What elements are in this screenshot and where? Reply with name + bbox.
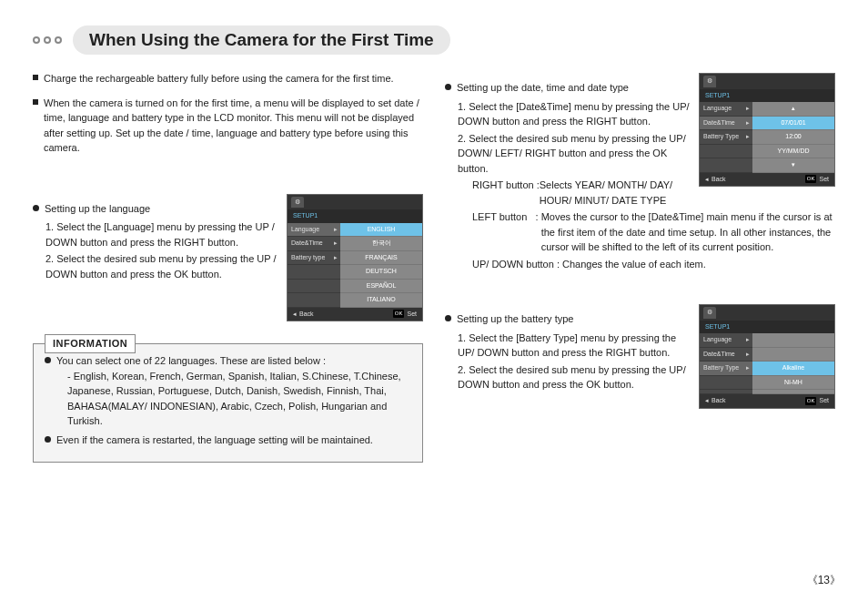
lcd-menu-item: Date&Time▸ [700,348,752,362]
chevron-right-icon: ▸ [334,239,338,249]
round-bullet-icon [45,436,51,443]
info-text: Even if the camera is restarted, the lan… [56,433,373,448]
lcd-footer: ◂ Back OK Set [700,394,834,408]
lcd-tab-icon: ⚙ [703,76,716,87]
button-definition: RIGHT button : Selects YEAR/ MONTH/ DAY/… [472,178,690,208]
lcd-value: 07/01/01 [752,117,834,131]
lcd-option: ITALIANO [340,293,422,308]
section-heading: Setting up the battery type [445,311,690,327]
lcd-option: 한국어 [340,237,422,251]
lcd-option: DEUTSCH [340,265,422,280]
lcd-ok-hint: OK Set [805,396,829,406]
lcd-value: ▴ [752,102,834,117]
button-definition: UP/ DOWN button : Changes the value of e… [472,257,835,272]
round-bullet-icon [445,84,451,90]
lcd-menu-item: Language▸ [288,223,340,238]
lcd-ok-hint: OK Set [805,175,829,185]
def-label: LEFT button : [472,209,541,255]
square-bullet-icon [33,99,38,105]
lcd-menu-blank [700,376,752,391]
lcd-menu-title: SETUP1 [288,209,422,223]
step-text: 1. Select the [Battery Type] menu by pre… [458,331,690,361]
chevron-right-icon: ▸ [746,335,750,345]
info-item: Even if the camera is restarted, the lan… [45,433,411,448]
lcd-tab-icon: ⚙ [291,197,304,209]
decor-dot [44,36,51,44]
lcd-value [752,390,834,394]
chevron-right-icon: ▸ [746,132,750,142]
battery-section: Setting up the battery type 1. Select th… [445,302,835,409]
info-sub-text: - English, Korean, French, German, Spani… [67,369,411,429]
lcd-value: ▾ [752,158,834,173]
page-title: When Using the Camera for the First Time [73,25,450,55]
page-title-bar: When Using the Camera for the First Time [33,25,835,55]
lcd-menu-item: Battery Type▸ [700,130,752,145]
lcd-tab-icon: ⚙ [703,307,716,319]
paragraph-text: When the camera is turned on for the fir… [44,96,423,156]
page-number: 13 [807,573,841,588]
lcd-option: ESPAÑOL [340,280,422,294]
round-bullet-icon [45,357,51,363]
chevron-right-icon: ▸ [746,363,750,373]
lcd-menu-blank [288,280,340,294]
chevron-right-icon: ▸ [334,225,338,235]
step-text: 2. Select the desired sub menu by pressi… [458,362,690,392]
decor-dot [33,36,40,44]
chevron-right-icon: ▸ [746,118,750,128]
lcd-tab-bar: ⚙ [700,305,834,321]
lcd-value: Ni-MH [752,376,834,391]
lcd-option: FRANÇAIS [340,251,422,266]
lcd-menu-item: Date&Time▸ [700,117,752,131]
lcd-menu-blank [700,158,752,173]
button-definition: LEFT button : Moves the cursor to the [D… [472,209,835,255]
information-label: INFORMATION [45,334,136,353]
info-text: You can select one of 22 languages. Thes… [56,353,411,369]
chevron-right-icon: ▸ [746,350,750,360]
heading-text: Setting up the battery type [457,311,573,327]
step-text: 2. Select the desired sub menu by pressi… [458,131,690,177]
lcd-value: YY/MM/DD [752,145,834,159]
decor-dot [55,36,62,44]
step-text: 1. Select the [Language] menu by pressin… [45,219,278,250]
step-text: 1. Select the [Date&Time] menu by pressi… [458,99,690,129]
lcd-value [752,348,834,362]
lcd-preview-battery: ⚙ SETUP1 Language▸ Date&Time▸ Battery Ty… [699,304,835,409]
lcd-menu-item: Language▸ [700,333,752,348]
lcd-footer: ◂ Back OK Set [700,173,834,187]
chevron-right-icon: ▸ [334,253,338,263]
lcd-back-hint: ◂ Back [705,175,726,185]
lcd-preview-language: ⚙ SETUP1 Language▸ENGLISH Date&Time▸한국어 … [287,194,423,322]
information-box: INFORMATION You can select one of 22 lan… [33,343,423,463]
lcd-menu-title: SETUP1 [700,89,834,103]
section-heading: Setting up the language [33,201,278,217]
chevron-right-icon: ▸ [746,104,750,114]
round-bullet-icon [33,205,39,211]
lcd-back-hint: ◂ Back [705,396,726,406]
lcd-footer: ◂ Back OK Set [288,308,422,321]
left-column: Charge the rechargeable battery fully be… [33,71,423,463]
lcd-menu-item: Battery Type▸ [700,362,752,376]
def-text: Selects YEAR/ MONTH/ DAY/ HOUR/ MINUT/ D… [540,178,690,208]
lcd-menu-blank [700,390,752,394]
lcd-ok-hint: OK Set [393,310,417,320]
square-bullet-icon [33,75,38,80]
def-label: RIGHT button : [472,178,540,208]
step-text: 2. Select the desired sub menu by pressi… [45,251,278,281]
lcd-back-hint: ◂ Back [293,310,314,320]
lcd-menu-blank [288,265,340,280]
paragraph-text: Charge the rechargeable battery fully be… [44,71,394,87]
lcd-tab-bar: ⚙ [700,74,834,89]
lcd-tab-bar: ⚙ [288,195,422,210]
right-column: Setting up the date, time and date type … [445,71,835,463]
intro-paragraph-1: Charge the rechargeable battery fully be… [33,71,423,87]
lcd-menu-item: Battery type▸ [288,251,340,266]
section-heading: Setting up the date, time and date type [445,80,690,96]
lcd-menu-item: Date&Time▸ [288,237,340,251]
lcd-value [752,333,834,348]
heading-text: Setting up the language [45,201,150,217]
lcd-value: 12:00 [752,130,834,145]
intro-paragraph-2: When the camera is turned on for the fir… [33,96,423,156]
language-section: Setting up the language 1. Select the [L… [33,192,423,322]
lcd-preview-datetime: ⚙ SETUP1 Language▸▴ Date&Time▸07/01/01 B… [699,73,835,187]
round-bullet-icon [445,315,451,321]
